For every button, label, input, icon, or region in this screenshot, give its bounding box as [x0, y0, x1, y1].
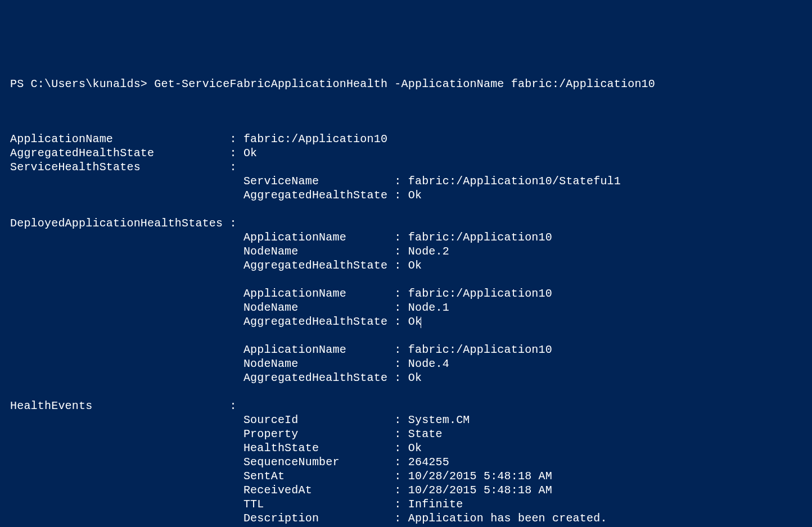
field-deployed-app-health-states: DeployedApplicationHealthStates :	[10, 217, 243, 230]
output-block: ApplicationName : fabric:/Application10 …	[10, 132, 802, 527]
command-text: Get-ServiceFabricApplicationHealth -Appl…	[154, 78, 655, 90]
field-health-events: HealthEvents :	[10, 399, 243, 412]
deployed-app-item: ApplicationName : fabric:/Application10 …	[10, 231, 552, 272]
health-event-item: SourceId : System.CM Property : State He…	[10, 414, 607, 527]
field-service-health-states: ServiceHealthStates :	[10, 161, 243, 174]
text-cursor	[421, 317, 421, 328]
deployed-app-item: ApplicationName : fabric:/Application10 …	[10, 343, 552, 384]
deployed-app-item: ApplicationName : fabric:/Application10 …	[10, 287, 552, 328]
prompt-prefix: PS C:\Users\kunalds>	[10, 78, 154, 90]
field-aggregated-health-state: AggregatedHealthState : Ok	[10, 147, 257, 160]
service-health-item: ServiceName : fabric:/Application10/Stat…	[10, 175, 621, 202]
field-application-name: ApplicationName : fabric:/Application10	[10, 133, 387, 146]
powershell-terminal[interactable]: PS C:\Users\kunalds> Get-ServiceFabricAp…	[10, 63, 802, 527]
command-prompt-line: PS C:\Users\kunalds> Get-ServiceFabricAp…	[10, 77, 802, 91]
